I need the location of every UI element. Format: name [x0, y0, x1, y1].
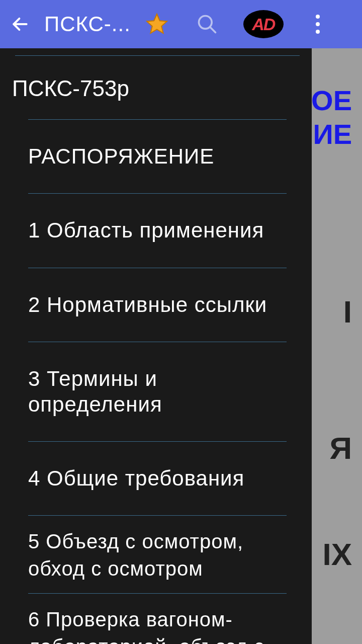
nav-item-scope[interactable]: 1 Область применения	[0, 194, 312, 267]
more-menu-icon[interactable]	[308, 12, 328, 36]
nav-item-general[interactable]: 4 Общие требования	[0, 442, 312, 515]
nav-item-lab-check[interactable]: 6 Проверка вагоном-лабораторией, объезд …	[0, 594, 312, 644]
drawer-title: ПСКС-753р	[0, 56, 312, 119]
ad-badge[interactable]: AD	[243, 10, 284, 38]
app-bar: ПСКС-... AD	[0, 0, 362, 48]
search-icon[interactable]	[195, 12, 219, 36]
star-icon[interactable]	[145, 12, 169, 36]
app-title: ПСКС-...	[44, 12, 131, 36]
nav-item-terms[interactable]: 3 Термины и определения	[0, 342, 312, 441]
ad-label: AD	[252, 15, 275, 34]
svg-line-2	[210, 27, 215, 33]
body-area: ОЕ ИЕ I Я ІХ ПСКС-753р РАСПОРЯЖЕНИЕ 1 Об…	[0, 48, 362, 644]
nav-item-inspection[interactable]: 5 Объезд с осмотром, обход с осмотром	[0, 516, 312, 593]
navigation-drawer: ПСКС-753р РАСПОРЯЖЕНИЕ 1 Область примене…	[0, 48, 312, 644]
nav-item-references[interactable]: 2 Нормативные ссылки	[0, 268, 312, 342]
back-button[interactable]	[10, 14, 30, 34]
nav-item-order[interactable]: РАСПОРЯЖЕНИЕ	[0, 120, 312, 193]
